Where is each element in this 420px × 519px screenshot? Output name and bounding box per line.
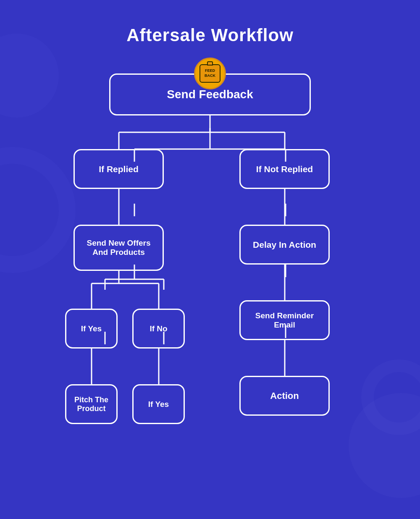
connector-line bbox=[159, 283, 161, 310]
connector-line bbox=[285, 189, 287, 226]
connector-line bbox=[92, 349, 94, 385]
node-if-yes[interactable]: If Yes bbox=[65, 309, 118, 349]
connector-line bbox=[159, 349, 161, 385]
connector-line bbox=[119, 132, 121, 150]
connector-line bbox=[92, 283, 160, 286]
node-if-yes[interactable]: If Yes bbox=[132, 384, 185, 424]
connector-line bbox=[92, 283, 94, 310]
node-action[interactable]: Action bbox=[239, 376, 330, 416]
connector-line bbox=[285, 340, 287, 377]
node-if-not-replied[interactable]: If Not Replied bbox=[239, 149, 330, 189]
connector-line bbox=[119, 271, 121, 285]
node-send-reminder-email[interactable]: Send Reminder Email bbox=[239, 300, 330, 340]
connector-line bbox=[119, 189, 121, 226]
feedback-icon-abs: FEED BACK bbox=[194, 58, 226, 89]
node-if-replied[interactable]: If Replied bbox=[74, 149, 164, 189]
page-container: Aftersale Workflow bbox=[0, 0, 420, 519]
page-title: Aftersale Workflow bbox=[126, 25, 294, 45]
connector-line bbox=[285, 132, 287, 150]
connector-line bbox=[210, 115, 213, 134]
connector-line bbox=[119, 132, 286, 135]
node-send-new-offers-and-products[interactable]: Send New Offers And Products bbox=[74, 225, 164, 271]
connector-line bbox=[285, 265, 287, 301]
node-if-no[interactable]: If No bbox=[132, 309, 185, 349]
node-pitch-the-product[interactable]: Pitch The Product bbox=[65, 384, 118, 424]
node-delay-in-action[interactable]: Delay In Action bbox=[239, 225, 330, 265]
